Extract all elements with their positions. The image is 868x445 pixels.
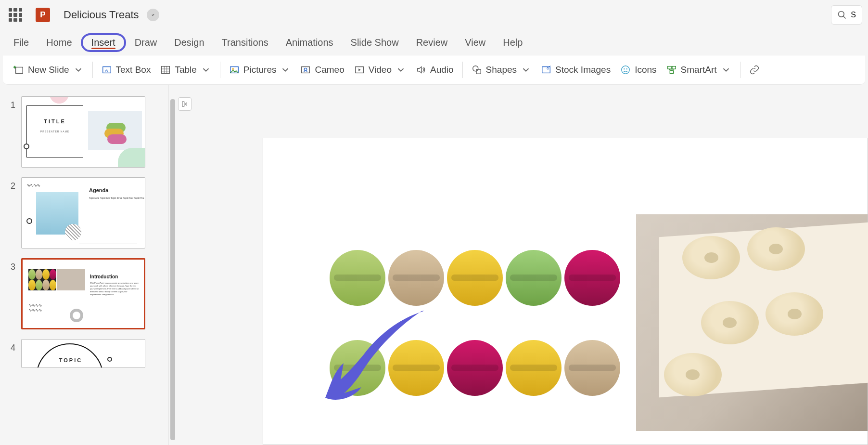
table-label: Table xyxy=(175,65,196,75)
document-title[interactable]: Delicious Treats xyxy=(64,9,139,21)
icons-button[interactable]: Icons xyxy=(615,62,661,78)
svg-rect-16 xyxy=(476,69,481,74)
smartart-button[interactable]: SmartArt xyxy=(662,62,736,78)
new-slide-button[interactable]: New Slide xyxy=(9,62,89,78)
svg-rect-17 xyxy=(542,67,550,73)
thumb1-subtitle: PRESENTER NAME xyxy=(27,130,83,133)
link-button[interactable] xyxy=(744,62,765,78)
shapes-icon xyxy=(472,65,482,75)
svg-point-15 xyxy=(472,66,478,71)
slide-thumbnail-2[interactable]: ∿∿∿∿ Agenda Topic one Topic two Topic th… xyxy=(21,177,145,249)
tab-help[interactable]: Help xyxy=(494,33,531,52)
svg-text:A: A xyxy=(105,68,108,73)
shapes-label: Shapes xyxy=(486,65,517,75)
text-box-button[interactable]: A Text Box xyxy=(97,62,156,78)
svg-point-0 xyxy=(839,12,844,17)
thumb-number: 4 xyxy=(8,339,15,353)
new-slide-icon xyxy=(13,65,24,75)
svg-point-21 xyxy=(626,68,627,69)
cameo-label: Cameo xyxy=(315,65,344,75)
pictures-label: Pictures xyxy=(243,65,277,75)
divider xyxy=(220,62,220,78)
divider xyxy=(92,62,93,78)
slide-canvas-area xyxy=(176,85,868,445)
table-icon xyxy=(160,65,171,75)
slide-thumbnail-4[interactable]: TOPIC xyxy=(21,339,145,368)
thumb-number: 1 xyxy=(8,96,15,110)
tab-slideshow[interactable]: Slide Show xyxy=(342,33,408,52)
svg-point-13 xyxy=(305,68,307,71)
slide-canvas[interactable] xyxy=(263,138,868,445)
svg-rect-23 xyxy=(672,66,676,69)
svg-point-11 xyxy=(232,68,234,70)
svg-rect-2 xyxy=(16,67,23,74)
icons-icon xyxy=(620,65,631,75)
tab-view[interactable]: View xyxy=(456,33,494,52)
svg-point-18 xyxy=(547,67,549,69)
smartart-icon xyxy=(666,65,677,75)
pictures-button[interactable]: Pictures xyxy=(224,62,296,78)
link-icon xyxy=(749,65,760,75)
tab-review[interactable]: Review xyxy=(408,33,457,52)
tab-file[interactable]: File xyxy=(5,33,38,52)
text-box-icon: A xyxy=(102,65,112,75)
divider xyxy=(740,62,740,78)
chevron-down-icon xyxy=(396,65,406,75)
thumb-number: 3 xyxy=(8,258,15,272)
slide-thumbnail-3[interactable]: Introduction With PowerPoint you can cre… xyxy=(21,258,145,329)
new-slide-label: New Slide xyxy=(28,65,69,75)
slide-thumbnails-panel: 1 TITLE PRESENTER NAME 2 ∿∿∿∿ xyxy=(0,85,168,445)
text-box-label: Text Box xyxy=(116,65,151,75)
chevron-down-icon xyxy=(73,65,84,75)
tab-home[interactable]: Home xyxy=(38,33,80,52)
icons-label: Icons xyxy=(635,65,656,75)
chevron-down-icon xyxy=(201,65,211,75)
svg-rect-24 xyxy=(670,71,673,74)
thumb3-heading: Introduction xyxy=(90,274,118,279)
svg-rect-12 xyxy=(302,67,310,73)
svg-rect-22 xyxy=(667,66,671,69)
thumb3-body: With PowerPoint you can create presentat… xyxy=(90,282,139,296)
stock-images-icon xyxy=(541,65,551,75)
ribbon-tabs: File Home Insert Draw Design Transitions… xyxy=(0,30,868,55)
divider xyxy=(462,62,463,78)
search-hint: S xyxy=(851,11,856,19)
thumb-number: 2 xyxy=(8,177,15,191)
chevron-down-icon xyxy=(280,65,291,75)
thumb2-lines: Topic one Topic two Topic three Topic fo… xyxy=(89,196,144,200)
slide-image-macarons[interactable] xyxy=(311,214,638,431)
stock-images-button[interactable]: Stock Images xyxy=(536,62,615,78)
video-button[interactable]: Video xyxy=(349,62,411,78)
thumb2-heading: Agenda xyxy=(89,187,108,193)
smartart-label: SmartArt xyxy=(681,65,717,75)
thumb4-heading: TOPIC xyxy=(47,357,95,364)
chevron-down-icon xyxy=(721,65,731,75)
search-box[interactable]: S xyxy=(831,5,862,25)
slide-thumbnail-1[interactable]: TITLE PRESENTER NAME xyxy=(21,96,145,168)
audio-button[interactable]: Audio xyxy=(411,62,459,78)
ribbon-insert: New Slide A Text Box Table Pictures Came… xyxy=(3,55,865,85)
app-launcher-icon[interactable] xyxy=(9,8,22,22)
shapes-button[interactable]: Shapes xyxy=(467,62,536,78)
save-status-icon[interactable] xyxy=(147,9,159,21)
search-icon xyxy=(837,10,847,20)
svg-point-19 xyxy=(622,66,630,74)
video-icon xyxy=(354,65,365,75)
tab-draw[interactable]: Draw xyxy=(126,33,166,52)
table-button[interactable]: Table xyxy=(155,62,216,78)
tab-animations[interactable]: Animations xyxy=(277,33,342,52)
svg-rect-5 xyxy=(162,66,170,74)
cameo-icon xyxy=(300,65,311,75)
tab-transitions[interactable]: Transitions xyxy=(213,33,277,52)
audio-label: Audio xyxy=(430,65,454,75)
thumbnails-scrollbar[interactable] xyxy=(168,85,176,445)
slide-image-bakery[interactable] xyxy=(636,214,868,431)
chevron-down-icon xyxy=(521,65,531,75)
collapse-panel-button[interactable] xyxy=(178,97,191,111)
svg-point-20 xyxy=(624,68,625,69)
audio-icon xyxy=(416,65,426,75)
cameo-button[interactable]: Cameo xyxy=(295,62,349,78)
tab-design[interactable]: Design xyxy=(166,33,213,52)
tab-insert[interactable]: Insert xyxy=(81,33,126,52)
video-label: Video xyxy=(369,65,392,75)
